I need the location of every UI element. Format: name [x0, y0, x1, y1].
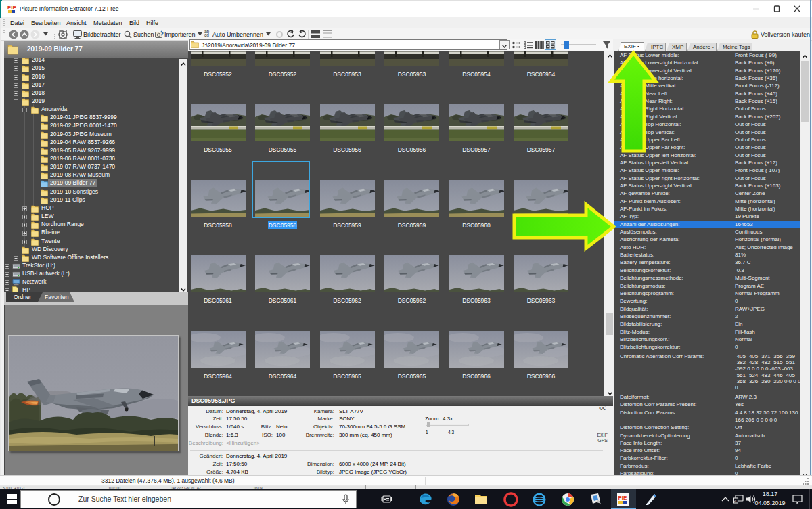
- svg-text:PC: PC: [734, 500, 738, 503]
- svg-text:PIE: PIE: [618, 495, 628, 501]
- svg-text:PIE: PIE: [7, 5, 17, 11]
